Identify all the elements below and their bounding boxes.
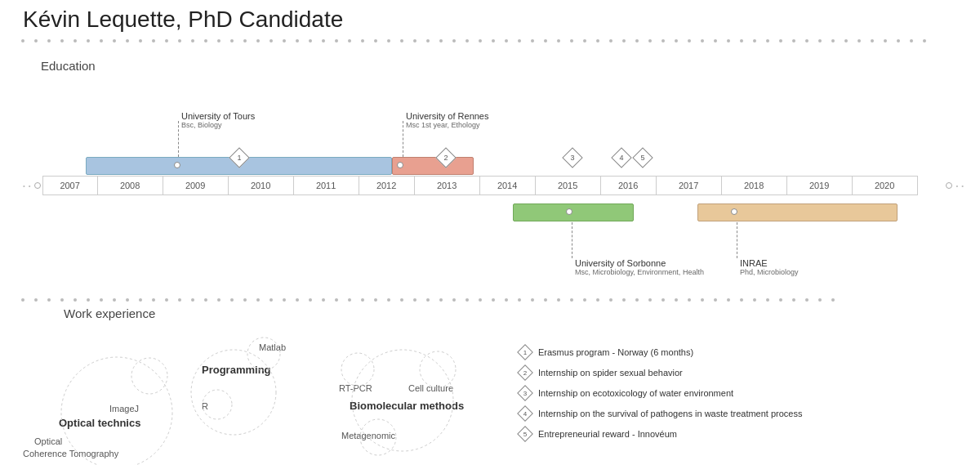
diamond-1: 1 <box>232 150 247 165</box>
annotation-line-tours <box>178 121 179 157</box>
year-2008: 2008 <box>98 176 163 195</box>
annotation-inrae: INRAE Phd, Microbiology <box>740 258 799 276</box>
year-2011: 2011 <box>294 176 359 195</box>
year-2019: 2019 <box>787 176 853 195</box>
year-2009: 2009 <box>163 176 229 195</box>
bar-rennes <box>392 157 474 175</box>
dot-line-top <box>16 39 964 42</box>
annotation-line-rennes <box>403 121 403 157</box>
skill-rtpcr: RT-PCR <box>339 380 372 395</box>
skill-matlab: Matlab <box>259 339 286 354</box>
education-label: Education <box>41 59 96 73</box>
year-2017: 2017 <box>657 176 722 195</box>
page-title: Kévin Lequette, PhD Candidate <box>23 7 343 33</box>
svg-point-1 <box>131 358 167 394</box>
bar-sorbonne <box>513 203 634 221</box>
circle-sorbonne <box>566 208 572 215</box>
year-2015: 2015 <box>536 176 601 195</box>
year-2014: 2014 <box>480 176 536 195</box>
year-2016: 2016 <box>601 176 657 195</box>
legend-item-4: 4 Internship on the survival of pathogen… <box>519 407 802 420</box>
skill-metagenomic: Metagenomic <box>341 427 395 442</box>
year-axis: • • 2007 2008 2009 2010 2011 2012 2013 2… <box>23 176 964 195</box>
dot-line-work <box>16 298 964 302</box>
skill-programming-group: Programming <box>202 362 271 377</box>
diamond-4: 4 <box>614 150 629 165</box>
year-2007: 2007 <box>42 176 98 195</box>
skill-imagej: ImageJ <box>109 400 139 415</box>
diamond-2: 2 <box>439 150 453 165</box>
year-2020: 2020 <box>853 176 918 195</box>
year-2013: 2013 <box>415 176 480 195</box>
annotation-sorbonne: University of Sorbonne Msc, Microbiology… <box>575 258 704 276</box>
skill-r: R <box>202 398 208 413</box>
diamond-5: 5 <box>635 150 650 165</box>
skill-cellculture: Cell culture <box>408 380 453 395</box>
work-label: Work experience <box>64 306 155 320</box>
annotation-tours: University of Tours Bsc, Biology <box>181 111 255 129</box>
circle-inrae <box>731 208 737 215</box>
circle-tours <box>174 162 180 168</box>
diamond-3: 3 <box>565 150 580 165</box>
annotation-rennes: University of Rennes Msc 1st year, Ethol… <box>406 111 489 129</box>
annotation-line-inrae <box>737 222 737 258</box>
year-2010: 2010 <box>229 176 294 195</box>
legend-item-3: 3 Internship on ecotoxicology of water e… <box>519 387 733 400</box>
legend-item-5: 5 Entrepreneurial reward - Innovéum <box>519 427 677 440</box>
skill-biomolecular-group: Biomolecular methods <box>350 398 464 413</box>
skill-optical-group: Optical technics <box>59 415 140 430</box>
year-2012: 2012 <box>359 176 415 195</box>
legend-item-2: 2 Internship on spider sexual behavior <box>519 366 683 379</box>
bar-inrae <box>697 203 898 221</box>
annotation-line-sorbonne <box>572 222 572 258</box>
legend-item-1: 1 Erasmus program - Norway (6 months) <box>519 346 693 359</box>
circle-rennes <box>397 162 403 168</box>
skill-coherence: Coherence Tomography <box>23 445 118 460</box>
year-2018: 2018 <box>722 176 787 195</box>
